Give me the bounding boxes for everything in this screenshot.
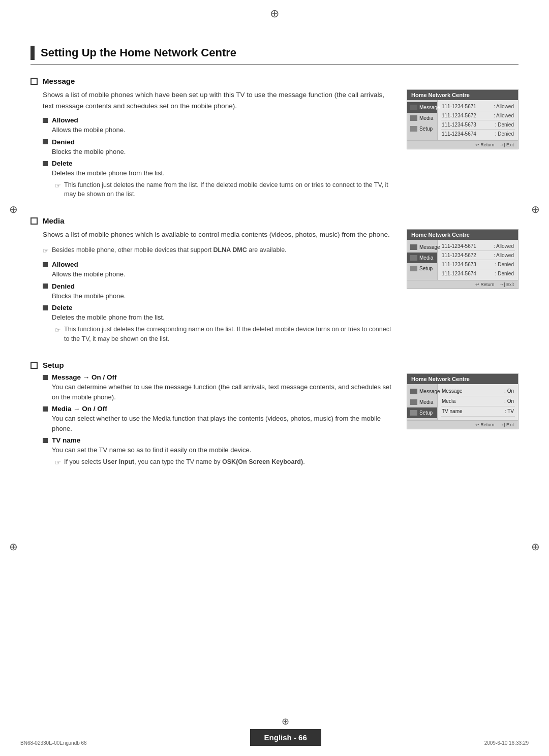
hnc-1-media-icon xyxy=(410,115,417,121)
setup-content-area: Message → On / Off You can determine whe… xyxy=(30,373,518,470)
media-note2-text: This function just deletes the correspon… xyxy=(64,325,391,344)
message-note-text: This function just deletes the name from… xyxy=(64,180,391,200)
hnc-1-row-2: 111-1234-5672 : Allowed xyxy=(441,111,515,120)
hnc-2-row-2: 111-1234-5672 : Allowed xyxy=(441,251,515,260)
hnc-1-row-1: 111-1234-5671 : Allowed xyxy=(441,102,515,111)
setup-media-on-off-header: Media → On / Off xyxy=(43,405,391,413)
setup-tv-name-header: TV name xyxy=(43,436,391,444)
setup-tv-note: ☞ If you selects User Input, you can typ… xyxy=(55,457,391,468)
hnc-1-return: ↩ Return xyxy=(475,142,495,147)
hnc-2-message-icon xyxy=(410,244,417,250)
media-delete-item: Delete Deletes the mobile phone from the… xyxy=(43,304,391,343)
media-section-title: Media xyxy=(43,216,65,225)
hnc-3-message-icon xyxy=(410,389,417,394)
hnc-mockup-2-title: Home Network Centre xyxy=(407,230,518,240)
message-allowed-desc: Allows the mobile phone. xyxy=(52,125,391,135)
hnc-1-message-icon xyxy=(410,105,417,110)
right-crosshair-icon-1: ⊕ xyxy=(531,203,540,215)
hnc-mockup-3-sidebar: Message Media Setup xyxy=(407,384,438,420)
hnc-mockup-1-body: Message Media Setup 111-1234 xyxy=(407,100,518,140)
note-icon-dlna: ☞ xyxy=(43,246,49,256)
right-crosshair-icon-2: ⊕ xyxy=(531,541,540,553)
hnc-3-sidebar-message: Message xyxy=(407,386,437,397)
message-delete-title: Delete xyxy=(52,160,73,167)
message-text-area: Shows a list of mobile phones which have… xyxy=(30,89,391,202)
media-delete-header: Delete xyxy=(43,304,391,311)
hnc-2-sidebar-media: Media xyxy=(407,253,437,263)
message-section-header: Message xyxy=(30,77,518,85)
setup-media-on-off-desc: You can select whether to use the Media … xyxy=(52,414,391,433)
hnc-mockup-3-body: Message Media Setup Message xyxy=(407,384,518,420)
title-bar-decoration xyxy=(30,46,35,60)
note-icon-1: ☞ xyxy=(55,181,61,191)
setup-text-area: Message → On / Off You can determine whe… xyxy=(30,373,391,470)
hnc-2-sidebar-message: Message xyxy=(407,242,437,253)
setup-tv-name-desc: You can set the TV name so as to find it… xyxy=(52,445,391,455)
setup-section-title: Setup xyxy=(43,361,64,369)
hnc-1-sidebar-setup: Setup xyxy=(407,123,437,134)
media-allowed-title: Allowed xyxy=(52,261,78,268)
hnc-2-sidebar-setup: Setup xyxy=(407,263,437,274)
setup-message-on-off-header: Message → On / Off xyxy=(43,373,391,381)
setup-message-bullet-icon xyxy=(43,375,48,380)
setup-tv-name-title: TV name xyxy=(52,436,80,444)
note-icon-3: ☞ xyxy=(55,458,61,468)
media-description: Shows a list of mobile phones which is a… xyxy=(43,229,391,240)
hnc-mockup-2: Home Network Centre Message Media xyxy=(407,229,518,289)
hnc-3-sidebar-media: Media xyxy=(407,397,437,407)
top-crosshair-icon: ⊕ xyxy=(270,7,279,20)
page-title: Setting Up the Home Network Centre xyxy=(41,46,236,59)
media-allowed-bullet-icon xyxy=(43,262,48,267)
hnc-3-media-icon xyxy=(410,399,417,405)
media-denied-item: Denied Blocks the mobile phone. xyxy=(43,282,391,301)
media-delete-title: Delete xyxy=(52,304,73,311)
hnc-mockup-2-body: Message Media Setup 111-1234 xyxy=(407,240,518,280)
message-denied-item: Denied Blocks the mobile phone. xyxy=(43,138,391,157)
media-note-dlna-text: Besides mobile phone, other mobile devic… xyxy=(52,245,287,255)
message-denied-desc: Blocks the mobile phone. xyxy=(52,147,391,157)
media-text-area: Shows a list of mobile phones which is a… xyxy=(30,229,391,346)
message-denied-title: Denied xyxy=(52,138,75,146)
message-description: Shows a list of mobile phones which have… xyxy=(43,89,391,111)
allowed-bullet-icon xyxy=(43,118,48,123)
footer-crosshair-icon: ⊕ xyxy=(282,716,289,727)
media-section-header: Media xyxy=(30,216,518,225)
denied-bullet-icon xyxy=(43,139,48,144)
setup-section-header: Setup xyxy=(30,361,518,369)
media-allowed-desc: Allows the mobile phone. xyxy=(52,269,391,279)
hnc-2-row-3: 111-1234-5673 : Denied xyxy=(441,260,515,269)
message-checkbox-icon xyxy=(30,78,38,85)
media-denied-header: Denied xyxy=(43,282,391,290)
hnc-1-row-3: 111-1234-5673 : Denied xyxy=(441,120,515,130)
hnc-3-row-message: Message : On xyxy=(441,386,515,396)
english-badge: English - 66 xyxy=(250,729,321,746)
setup-tv-note-text: If you selects User Input, you can type … xyxy=(64,457,305,467)
hnc-3-return: ↩ Return xyxy=(475,422,495,427)
media-delete-note: ☞ This function just deletes the corresp… xyxy=(55,325,391,344)
message-section-title: Message xyxy=(43,77,75,85)
message-allowed-item: Allowed Allows the mobile phone. xyxy=(43,116,391,135)
hnc-2-exit: →| Exit xyxy=(499,282,514,287)
media-note-dlna: ☞ Besides mobile phone, other mobile dev… xyxy=(43,245,391,256)
hnc-2-media-icon xyxy=(410,255,417,261)
setup-media-bullet-icon xyxy=(43,406,48,412)
footer-timestamp: 2009-6-10 16:33:29 xyxy=(484,740,529,746)
hnc-1-sidebar-message: Message xyxy=(407,102,437,113)
message-note: ☞ This function just deletes the name fr… xyxy=(55,180,391,200)
footer-right-text: 2009-6-10 16:33:29 xyxy=(484,740,529,746)
setup-tv-name-item: TV name You can set the TV name so as to… xyxy=(43,436,391,467)
setup-media-on-off-title: Media → On / Off xyxy=(52,405,107,413)
message-denied-header: Denied xyxy=(43,138,391,146)
hnc-mockup-2-content: 111-1234-5671 : Allowed 111-1234-5672 : … xyxy=(438,240,518,280)
hnc-mockup-3-title: Home Network Centre xyxy=(407,374,518,384)
message-delete-item: Delete Deletes the mobile phone from the… xyxy=(43,160,391,199)
hnc-2-row-4: 111-1234-5674 : Denied xyxy=(441,269,515,278)
media-content-area: Shows a list of mobile phones which is a… xyxy=(30,229,518,346)
message-delete-header: Delete xyxy=(43,160,391,167)
left-crosshair-icon-1: ⊕ xyxy=(9,203,18,215)
hnc-mockup-3-footer: ↩ Return →| Exit xyxy=(407,420,518,429)
setup-message-on-off-item: Message → On / Off You can determine whe… xyxy=(43,373,391,402)
hnc-mockup-1-footer: ↩ Return →| Exit xyxy=(407,140,518,149)
footer-filename: BN68-02330E-00Eng.indb 66 xyxy=(20,740,87,746)
media-allowed-header: Allowed xyxy=(43,261,391,268)
